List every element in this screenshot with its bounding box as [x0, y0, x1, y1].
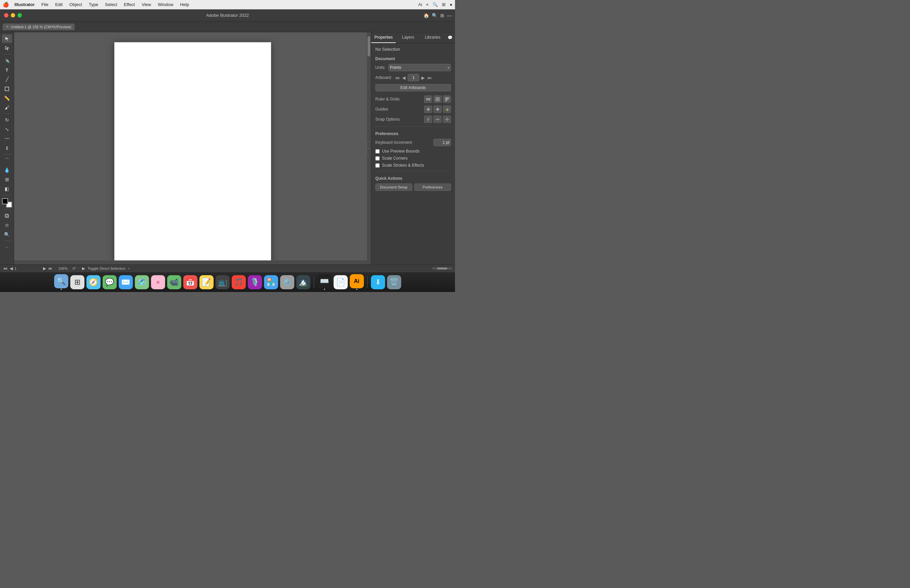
dock-item-notchmeister[interactable]: 🏔️: [296, 275, 310, 289]
dock-item-mail[interactable]: ✉️: [119, 275, 133, 289]
foreground-color[interactable]: [2, 198, 8, 204]
dock-item-tv[interactable]: 📺: [215, 275, 230, 289]
use-preview-bounds-label[interactable]: Use Preview Bounds: [382, 149, 419, 153]
artboard-tool[interactable]: ⊡: [2, 221, 12, 229]
grid-icon[interactable]: ⊞: [440, 13, 444, 18]
dock-item-music[interactable]: 🎵: [232, 275, 246, 289]
menu-help[interactable]: Help: [177, 2, 192, 8]
artboard-next-next[interactable]: ⏭: [427, 75, 432, 80]
horizontal-scroll-status[interactable]: [432, 267, 452, 270]
artboard-name-status[interactable]: [15, 267, 41, 270]
music-icon[interactable]: 🎵: [232, 275, 246, 289]
eyedropper-tool[interactable]: 💧: [2, 166, 12, 174]
textedit-icon[interactable]: 📄: [334, 275, 348, 289]
sysprefs-icon[interactable]: ⚙️: [280, 275, 294, 289]
menu-effect[interactable]: Effect: [121, 2, 138, 8]
menu-illustrator[interactable]: Illustrator: [12, 2, 37, 8]
menu-view[interactable]: View: [139, 2, 154, 8]
next-artboard-btn[interactable]: ▶: [42, 266, 47, 271]
dock-item-finder[interactable]: 🔍: [54, 274, 68, 290]
appstore-icon[interactable]: 🏪: [264, 275, 278, 289]
units-select[interactable]: Points Pixels Inches Millimeters: [389, 64, 451, 71]
menu-object[interactable]: Object: [66, 2, 85, 8]
snap-grid-btn[interactable]: [434, 116, 442, 123]
minimize-button[interactable]: [11, 13, 15, 18]
dock-item-textedit[interactable]: 📄: [334, 275, 348, 289]
dock-item-messages[interactable]: 💬: [102, 275, 117, 289]
artboard-prev[interactable]: ◀: [402, 75, 406, 80]
dock-item-trash[interactable]: 🗑️: [387, 275, 401, 289]
close-button[interactable]: [4, 13, 8, 18]
launchpad-icon[interactable]: ⊞: [70, 275, 84, 289]
artboard-prev-prev[interactable]: ⏮: [395, 75, 400, 80]
scale-corners-label[interactable]: Scale Corners: [382, 156, 408, 161]
direct-selection-tool[interactable]: [2, 44, 12, 52]
trash-icon[interactable]: 🗑️: [387, 275, 401, 289]
zoom-tool[interactable]: 🔍: [2, 230, 12, 239]
canvas-area[interactable]: ‹: [14, 32, 371, 265]
search-icon[interactable]: 🔍: [432, 2, 438, 7]
more-tools[interactable]: ···: [2, 242, 12, 251]
scale-tool[interactable]: ⤡: [2, 125, 12, 134]
downloads-icon[interactable]: ⬇: [371, 275, 385, 289]
dock-item-illustrator[interactable]: Ai: [350, 274, 364, 290]
dock-item-launchpad[interactable]: ⊞: [70, 275, 84, 289]
artboard-next[interactable]: ▶: [421, 75, 426, 80]
messages-icon[interactable]: 💬: [102, 275, 117, 289]
mesh-tool[interactable]: ⊞: [2, 175, 12, 184]
tab-layers[interactable]: Layers: [396, 32, 420, 43]
keyboard-increment-input[interactable]: [434, 139, 451, 146]
rotate-tool[interactable]: ↻: [2, 116, 12, 124]
pen-tool[interactable]: ✒️: [2, 56, 12, 65]
artboard-switch[interactable]: ⧉: [2, 212, 12, 220]
dock-item-photos[interactable]: 🌸: [151, 275, 165, 289]
tv-icon[interactable]: 📺: [215, 275, 230, 289]
terminal-icon[interactable]: ⌨️: [317, 274, 332, 288]
artboard-number-input[interactable]: [408, 74, 419, 81]
document-setup-button[interactable]: Document Setup: [375, 183, 412, 191]
dock-item-notes[interactable]: 📝: [199, 275, 214, 289]
more-status-btn[interactable]: ‹: [128, 266, 130, 271]
menu-select[interactable]: Select: [102, 2, 120, 8]
podcasts-icon[interactable]: 🎙️: [248, 275, 262, 289]
snap-point-btn[interactable]: [424, 116, 432, 123]
calendar-icon[interactable]: 📅: [183, 275, 198, 289]
apple-menu[interactable]: 🍎: [3, 2, 9, 8]
menu-file[interactable]: File: [39, 2, 51, 8]
last-artboard-btn[interactable]: ⏭: [48, 266, 53, 271]
line-tool[interactable]: ╱: [2, 75, 12, 84]
guides-lock-btn[interactable]: [434, 105, 442, 113]
first-artboard-btn[interactable]: ⏮: [3, 266, 8, 271]
warp-tool[interactable]: 〰: [2, 134, 12, 143]
dock-item-sysprefs[interactable]: ⚙️: [280, 275, 294, 289]
selection-tool[interactable]: [2, 34, 12, 43]
dock-item-safari[interactable]: 🧭: [86, 275, 100, 289]
maximize-button[interactable]: [18, 13, 22, 18]
horizontal-scrollbar[interactable]: [14, 260, 367, 265]
photos-icon[interactable]: 🌸: [151, 275, 165, 289]
pencil-tool[interactable]: ✏️: [2, 94, 12, 102]
control-center-icon[interactable]: ⊞: [442, 2, 445, 7]
document-tab[interactable]: ✕ Untitled-1 @ 156 % (CMYK/Preview): [3, 24, 74, 30]
color-swatches[interactable]: [2, 198, 12, 208]
notes-icon[interactable]: 📝: [199, 275, 214, 289]
grid-icon-btn[interactable]: [434, 95, 442, 103]
dock-item-calendar[interactable]: 📅: [183, 275, 198, 289]
close-tab-icon[interactable]: ✕: [6, 25, 9, 29]
scrollbar-thumb-vertical[interactable]: [368, 36, 370, 57]
panel-collapse-button[interactable]: ‹: [367, 142, 371, 155]
tab-libraries[interactable]: Libraries: [420, 32, 445, 43]
brush-tool[interactable]: 🖌: [2, 103, 12, 112]
menu-window[interactable]: Window: [155, 2, 176, 8]
dock-item-podcasts[interactable]: 🎙️: [248, 275, 262, 289]
menu-type[interactable]: Type: [86, 2, 101, 8]
safari-icon[interactable]: 🧭: [86, 275, 100, 289]
blend-tool[interactable]: ⌒: [2, 156, 12, 165]
snap-pixel-btn[interactable]: [443, 116, 451, 123]
toggle-play-btn[interactable]: ▶: [81, 266, 86, 271]
ruler-icon-btn[interactable]: [424, 95, 432, 103]
dock-item-downloads[interactable]: ⬇: [371, 275, 385, 289]
gradient-tool[interactable]: ◧: [2, 184, 12, 193]
minus-icon[interactable]: —: [447, 13, 452, 18]
edit-artboards-button[interactable]: Edit Artboards: [375, 84, 451, 91]
